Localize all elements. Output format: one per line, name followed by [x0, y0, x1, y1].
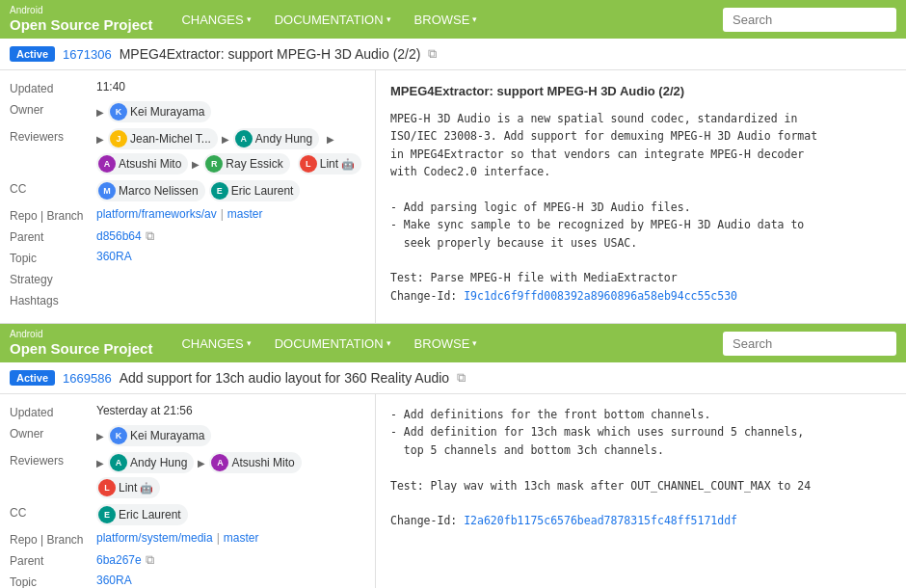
- search-wrap-2: [723, 332, 896, 356]
- updated-value-1: 11:40: [96, 80, 365, 94]
- parent-label-2: Parent: [10, 552, 96, 568]
- topic-value-1: 360RA: [96, 250, 365, 263]
- reviewers-value-1: ▶ J Jean-Michel T... ▶ A Andy Hung ▶ A A…: [96, 128, 365, 174]
- copy-icon-2[interactable]: ⧉: [457, 370, 466, 386]
- meta-strategy-1: Strategy: [10, 271, 365, 286]
- change-header-1: Active 1671306 MPEG4Extractor: support M…: [0, 39, 906, 70]
- cc-chip: E Eric Laurent: [209, 180, 301, 201]
- branch-link-1[interactable]: master: [227, 207, 263, 221]
- desc-title-1: MPEG4Extractor: support MPEG-H 3D Audio …: [390, 82, 892, 102]
- avatar: E: [98, 506, 116, 523]
- nav-links-2: CHANGES ▾ DOCUMENTATION ▾ BROWSE ▾: [172, 331, 487, 357]
- reviewer-chip: A Andy Hung: [233, 128, 319, 149]
- repo-value-1: platform/frameworks/av | master: [96, 207, 365, 221]
- lint-icon: 🤖: [341, 158, 355, 171]
- meta-updated-2: Updated Yesterday at 21:56: [10, 404, 365, 419]
- arrow-icon: ▶: [96, 458, 104, 468]
- change-id-hash-1[interactable]: I9c1dc6f9ffd008392a8960896a58eb94cc55c53…: [464, 289, 737, 303]
- arrow-icon: ▶: [222, 134, 229, 145]
- change-body-1: Updated 11:40 Owner ▶ K Kei Murayama Rev…: [0, 70, 906, 323]
- change-title-1: MPEG4Extractor: support MPEG-H 3D Audio …: [120, 46, 421, 62]
- cc-value-1: M Marco Nelissen E Eric Laurent: [96, 180, 365, 201]
- reviewer-chip: L Lint 🤖: [96, 477, 160, 498]
- search-input-1[interactable]: [723, 8, 896, 32]
- topic-value-2: 360RA: [96, 574, 365, 587]
- avatar: L: [300, 155, 317, 173]
- change-id-link-2[interactable]: 1669586: [63, 371, 112, 386]
- change-meta-2: Updated Yesterday at 21:56 Owner ▶ K Kei…: [0, 394, 376, 588]
- avatar: A: [98, 155, 116, 173]
- nav-browse-1[interactable]: BROWSE ▾: [405, 7, 488, 33]
- meta-repo-2: Repo | Branch platform/system/media | ma…: [10, 531, 365, 547]
- avatar: J: [110, 130, 127, 147]
- copy-icon[interactable]: ⧉: [146, 552, 154, 568]
- repo-label-1: Repo | Branch: [10, 207, 96, 223]
- nav-documentation-1[interactable]: DOCUMENTATION ▾: [265, 7, 401, 33]
- topic-link-1[interactable]: 360RA: [96, 250, 132, 263]
- nav-changes-2[interactable]: CHANGES ▾: [172, 331, 260, 357]
- avatar: A: [235, 130, 253, 147]
- updated-value-2: Yesterday at 21:56: [96, 404, 365, 417]
- arrow-icon: ▶: [96, 107, 104, 118]
- chevron-down-icon: ▾: [386, 338, 391, 348]
- navbar-2: Android Open Source Project CHANGES ▾ DO…: [0, 324, 906, 362]
- arrow-icon: ▶: [327, 134, 334, 145]
- topic-link-2[interactable]: 360RA: [96, 574, 132, 587]
- nav-browse-2[interactable]: BROWSE ▾: [405, 331, 488, 357]
- chevron-down-icon: ▾: [472, 338, 477, 348]
- meta-reviewers-1: Reviewers ▶ J Jean-Michel T... ▶ A Andy …: [10, 128, 365, 174]
- updated-label-2: Updated: [10, 404, 96, 419]
- owner-label-1: Owner: [10, 101, 96, 117]
- copy-icon[interactable]: ⧉: [146, 228, 154, 244]
- reviewer-chip: R Ray Essick: [203, 153, 289, 174]
- owner-chip-2: K Kei Murayama: [108, 425, 211, 446]
- cc-label-2: CC: [10, 504, 96, 520]
- meta-hashtags-1: Hashtags: [10, 292, 365, 307]
- repo-link-2[interactable]: platform/system/media: [96, 531, 213, 545]
- change-entry-1: Active 1671306 MPEG4Extractor: support M…: [0, 39, 906, 324]
- meta-owner-2: Owner ▶ K Kei Murayama: [10, 425, 365, 446]
- reviewer-chip: A Atsushi Mito: [209, 452, 301, 473]
- strategy-label-1: Strategy: [10, 271, 96, 286]
- project-name-2: Open Source Project: [10, 340, 152, 358]
- navbar-1: Android Open Source Project CHANGES ▾ DO…: [0, 0, 906, 39]
- change-body-2: Updated Yesterday at 21:56 Owner ▶ K Kei…: [0, 394, 906, 588]
- topic-label-2: Topic: [10, 574, 96, 588]
- change-id-hash-2[interactable]: I2a620fb1175c6576bead7878315fc48ff5171dd…: [464, 514, 737, 527]
- avatar: L: [98, 479, 116, 496]
- android-label-1: Android: [10, 5, 152, 16]
- hashtags-label-1: Hashtags: [10, 292, 96, 307]
- change-title-2: Add support for 13ch audio layout for 36…: [120, 370, 449, 386]
- search-wrap-1: [723, 8, 896, 32]
- branch-link-2[interactable]: master: [224, 531, 259, 545]
- nav-links-1: CHANGES ▾ DOCUMENTATION ▾ BROWSE ▾: [172, 7, 487, 33]
- chevron-down-icon: ▾: [247, 14, 252, 24]
- reviewers-label-1: Reviewers: [10, 128, 96, 144]
- parent-link-2[interactable]: 6ba267e: [96, 553, 142, 567]
- meta-cc-1: CC M Marco Nelissen E Eric Laurent: [10, 180, 365, 201]
- avatar: A: [211, 454, 228, 471]
- chevron-down-icon: ▾: [472, 14, 477, 24]
- chevron-down-icon: ▾: [386, 14, 391, 24]
- cc-value-2: E Eric Laurent: [96, 504, 365, 525]
- parent-link-1[interactable]: d856b64: [96, 229, 142, 243]
- nav-documentation-2[interactable]: DOCUMENTATION ▾: [265, 331, 401, 357]
- reviewer-chip: J Jean-Michel T...: [108, 128, 218, 149]
- search-input-2[interactable]: [723, 332, 896, 356]
- lint-icon: 🤖: [140, 482, 153, 494]
- owner-value-1: ▶ K Kei Murayama: [96, 101, 365, 122]
- repo-link-1[interactable]: platform/frameworks/av: [96, 207, 217, 221]
- cc-chip: M Marco Nelissen: [96, 180, 205, 201]
- meta-cc-2: CC E Eric Laurent: [10, 504, 365, 525]
- nav-changes-1[interactable]: CHANGES ▾: [172, 7, 260, 33]
- change-id-link-1[interactable]: 1671306: [63, 47, 112, 62]
- meta-parent-1: Parent d856b64 ⧉: [10, 228, 365, 244]
- cc-label-1: CC: [10, 180, 96, 196]
- repo-value-2: platform/system/media | master: [96, 531, 365, 545]
- reviewer-chip: A Atsushi Mito: [96, 153, 188, 174]
- copy-icon-1[interactable]: ⧉: [428, 46, 437, 62]
- meta-owner-1: Owner ▶ K Kei Murayama: [10, 101, 365, 122]
- parent-label-1: Parent: [10, 228, 96, 244]
- android-label-2: Android: [10, 329, 152, 340]
- reviewers-value-2: ▶ A Andy Hung ▶ A Atsushi Mito L Lint 🤖: [96, 452, 365, 498]
